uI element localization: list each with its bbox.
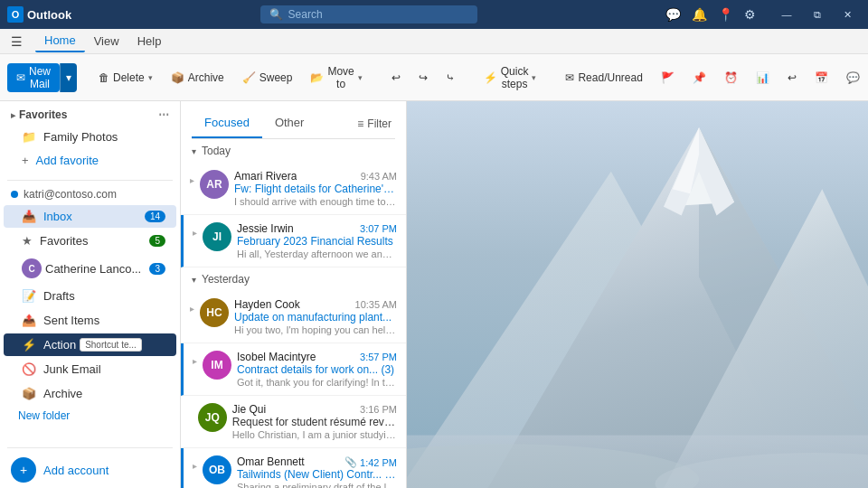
tab-help[interactable]: Help bbox=[128, 31, 171, 52]
email-header-amari: Amari Rivera 9:43 AM bbox=[234, 170, 397, 183]
read-unread-label: Read/Unread bbox=[578, 71, 642, 84]
chat-icon[interactable]: 💬 bbox=[665, 7, 681, 22]
sidebar-item-sent[interactable]: 📤 Sent Items bbox=[4, 309, 176, 332]
flag-button[interactable]: 🚩 bbox=[654, 63, 682, 92]
filter-button[interactable]: ≡ Filter bbox=[354, 108, 395, 138]
inbox-icon: 📥 bbox=[22, 210, 36, 223]
email-item-amari[interactable]: ▸ AR Amari Rivera 9:43 AM Fw: Flight det… bbox=[181, 163, 406, 215]
calendar-button[interactable]: 📅 bbox=[807, 63, 835, 92]
new-folder-link[interactable]: New folder bbox=[0, 406, 180, 426]
notifications-icon[interactable]: 🔔 bbox=[692, 7, 707, 22]
drafts-label: Drafts bbox=[43, 289, 75, 303]
tab-other[interactable]: Other bbox=[262, 108, 317, 138]
email-list: ▾ Today ▸ AR Amari Rivera 9:43 AM Fw: Fl… bbox=[181, 139, 406, 488]
restore-button[interactable]: ⧉ bbox=[805, 2, 830, 27]
ribbon-tabs: ☰ Home View Help bbox=[0, 29, 868, 54]
tab-home[interactable]: Home bbox=[35, 30, 85, 52]
tab-view[interactable]: View bbox=[85, 31, 128, 52]
favorites-nav-label: Favorites bbox=[40, 234, 88, 248]
email-header-jie: Jie Qui 3:16 PM bbox=[232, 403, 397, 416]
settings-icon[interactable]: ⚙ bbox=[744, 7, 756, 22]
sweep-button[interactable]: 🧹 Sweep bbox=[235, 63, 300, 92]
sidebar-item-family-photos[interactable]: 📁 Family Photos bbox=[4, 126, 176, 148]
expand-jie bbox=[190, 403, 193, 418]
outlook-logo-icon: O bbox=[7, 6, 24, 23]
sidebar-divider-bottom bbox=[7, 447, 173, 448]
view-button[interactable]: 📊 bbox=[749, 63, 777, 92]
quick-steps-icon: ⚡ bbox=[484, 71, 497, 84]
sender-isobel: Isobel Macintyre bbox=[237, 351, 316, 363]
email-item-left-amari: ▸ AR bbox=[190, 170, 229, 207]
quick-steps-button[interactable]: ⚡ Quick steps ▾ bbox=[476, 63, 544, 92]
main-content: ▸ Favorites ⋯ 📁 Family Photos + Add favo… bbox=[0, 101, 868, 488]
avatar-amari: AR bbox=[200, 170, 229, 199]
archive-label: Archive bbox=[43, 387, 82, 400]
preview-isobel: Got it, thank you for clarifying! In tha… bbox=[237, 377, 397, 388]
undo2-button[interactable]: ↩ bbox=[780, 63, 804, 92]
preview-amari: I should arrive with enough time to atte… bbox=[234, 196, 397, 207]
read-unread-button[interactable]: ✉ Read/Unread bbox=[558, 63, 649, 92]
delete-button[interactable]: 🗑 Delete ▾ bbox=[91, 63, 160, 92]
minimize-button[interactable]: — bbox=[774, 2, 799, 27]
favorites-options-icon[interactable]: ⋯ bbox=[158, 108, 169, 121]
new-mail-button[interactable]: ✉ New Mail bbox=[7, 63, 60, 92]
action-label: Action bbox=[43, 338, 76, 352]
move-to-button[interactable]: 📂 Move to ▾ bbox=[303, 63, 369, 92]
avatar-omar: OB bbox=[203, 455, 231, 484]
catherine-badge: 3 bbox=[149, 263, 165, 275]
yesterday-section-header[interactable]: ▾ Yesterday bbox=[181, 267, 406, 291]
search-input[interactable] bbox=[288, 8, 460, 21]
time-omar: 1:42 PM bbox=[360, 457, 397, 468]
add-account-row[interactable]: + Add account bbox=[0, 452, 180, 488]
sidebar-item-archive[interactable]: 📦 Archive bbox=[4, 382, 176, 405]
titlebar-left: O Outlook bbox=[7, 6, 71, 23]
new-mail-dropdown[interactable]: ▾ bbox=[60, 63, 77, 92]
attachment-icon: 📎 bbox=[344, 456, 357, 468]
email-item-omar[interactable]: ▸ OB Omar Bennett 📎 1:42 PM Tailwinds (N… bbox=[181, 448, 406, 488]
search-bar[interactable]: 🔍 bbox=[260, 5, 477, 23]
favorites-header[interactable]: ▸ Favorites ⋯ bbox=[0, 105, 180, 125]
email-item-left-jie: JQ bbox=[190, 403, 227, 440]
email-item-isobel[interactable]: ▸ IM Isobel Macintyre 3:57 PM Contract d… bbox=[181, 343, 406, 396]
today-label: Today bbox=[202, 145, 231, 157]
preview-hayden: Hi you two, I'm hoping you can help me bbox=[234, 324, 397, 335]
undo-button[interactable]: ↩ bbox=[384, 63, 408, 92]
favorites-badge: 5 bbox=[149, 235, 165, 247]
reply-button[interactable]: ⤷ bbox=[439, 63, 462, 92]
pin-button[interactable]: 📌 bbox=[685, 63, 713, 92]
titlebar-right: 💬 🔔 📍 ⚙ — ⧉ ✕ bbox=[665, 2, 861, 27]
sidebar-item-drafts[interactable]: 📝 Drafts bbox=[4, 285, 176, 307]
sweep-icon: 🧹 bbox=[242, 71, 256, 84]
close-button[interactable]: ✕ bbox=[835, 2, 861, 27]
email-item-jessie[interactable]: ▸ JI Jessie Irwin 3:07 PM February 2023 … bbox=[181, 215, 406, 267]
sidebar-item-junk[interactable]: 🚫 Junk Email bbox=[4, 358, 176, 380]
sender-jessie: Jessie Irwin bbox=[237, 222, 294, 235]
new-mail-group: ✉ New Mail ▾ bbox=[7, 63, 77, 92]
email-item-jie[interactable]: JQ Jie Qui 3:16 PM Request for student r… bbox=[181, 396, 406, 448]
archive-button[interactable]: 📦 Archive bbox=[164, 63, 231, 92]
clock-button[interactable]: ⏰ bbox=[717, 63, 745, 92]
forward-button[interactable]: ↪ bbox=[411, 63, 435, 92]
expand-amari: ▸ bbox=[190, 170, 194, 185]
time-isobel: 3:57 PM bbox=[360, 352, 397, 362]
tab-focused[interactable]: Focused bbox=[192, 108, 262, 138]
hamburger-menu[interactable]: ☰ bbox=[7, 33, 26, 51]
sender-hayden: Hayden Cook bbox=[234, 298, 300, 311]
action-shortcut: Shortcut te... bbox=[80, 338, 142, 352]
read-icon: ✉ bbox=[565, 71, 574, 84]
today-section-header[interactable]: ▾ Today bbox=[181, 139, 406, 163]
add-favorite-icon: + bbox=[22, 154, 29, 167]
sidebar-item-catherine[interactable]: C Catherine Lanco... 3 bbox=[4, 254, 176, 283]
catherine-avatar: C bbox=[22, 258, 42, 278]
email-item-hayden[interactable]: ▸ HC Hayden Cook 10:35 AM Update on manu… bbox=[181, 291, 406, 343]
move-icon: 📂 bbox=[310, 71, 324, 84]
sidebar-item-favorites[interactable]: ★ Favorites 5 bbox=[4, 230, 176, 252]
sidebar-item-action[interactable]: ⚡ Action Shortcut te... bbox=[4, 333, 176, 356]
email-content-jie: Jie Qui 3:16 PM Request for student résu… bbox=[232, 403, 397, 440]
expand-omar: ▸ bbox=[193, 455, 197, 471]
sidebar-item-add-favorite[interactable]: + Add favorite bbox=[4, 149, 176, 172]
location-icon[interactable]: 📍 bbox=[718, 7, 733, 22]
email-tabs: Focused Other ≡ Filter bbox=[192, 108, 395, 139]
sidebar-item-inbox[interactable]: 📥 Inbox 14 bbox=[4, 205, 176, 228]
chat-reply-button[interactable]: 💬 bbox=[839, 63, 867, 92]
